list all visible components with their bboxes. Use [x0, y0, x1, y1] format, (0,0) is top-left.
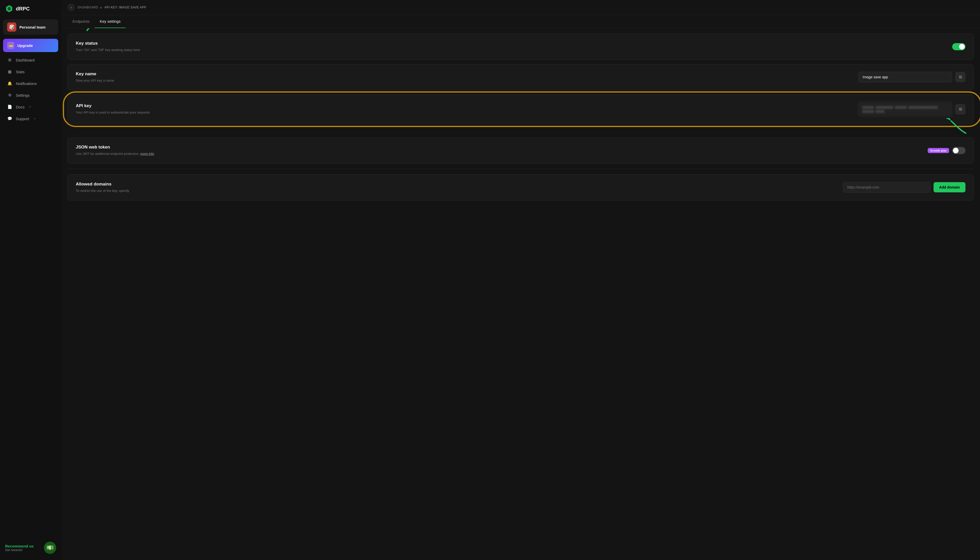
recommend-text-area: Recommend us Get rewards!: [5, 544, 34, 552]
section-divider: [67, 169, 974, 169]
jwt-title: JSON web token: [76, 145, 154, 150]
toggle-thumb: [959, 44, 965, 50]
api-key-row: API key Your API key is used to authenti…: [76, 102, 965, 117]
tab-endpoints[interactable]: Endpoints: [67, 15, 95, 28]
team-name-label: Personal team: [19, 25, 46, 29]
support-label: Support: [16, 117, 29, 121]
key-name-info: Key name Give your API key a name: [76, 72, 114, 83]
logo-area: dRPC: [0, 0, 61, 17]
allowed-domains-info: Allowed domains To restrict the use of t…: [76, 182, 129, 193]
breadcrumb-arrow-icon: ▶: [100, 6, 103, 9]
content-area: Key status Turn "On" and "Off" key worki…: [61, 28, 980, 560]
notifications-label: Notifications: [16, 82, 37, 86]
key-name-description: Give your API key a name: [76, 78, 114, 83]
tab-key-settings[interactable]: Key settings: [95, 15, 126, 28]
topbar: ‹ DASHBOARD ▶ API KEY: IMAGE SAVE APP: [61, 0, 980, 15]
drpc-logo-icon: [5, 5, 13, 13]
key-name-input[interactable]: [858, 72, 952, 82]
settings-icon: ⚙: [7, 93, 12, 98]
key-name-input-row: ⧉: [858, 72, 965, 82]
key-status-info: Key status Turn "On" and "Off" key worki…: [76, 41, 140, 53]
upgrade-icon: 💳: [7, 42, 14, 49]
key-name-card: Key name Give your API key a name ⧉: [67, 64, 974, 90]
api-key-title: API key: [76, 103, 150, 108]
docs-label: Docs: [16, 105, 25, 109]
settings-label: Settings: [16, 93, 30, 97]
jwt-card: JSON web token Use JWT for additional en…: [67, 137, 974, 164]
breadcrumb: DASHBOARD ▶ API KEY: IMAGE SAVE APP: [78, 6, 146, 9]
api-key-card: API key Your API key is used to authenti…: [67, 94, 974, 124]
key-status-row: Key status Turn "On" and "Off" key worki…: [76, 41, 965, 53]
breadcrumb-current: API KEY: IMAGE SAVE APP: [104, 6, 146, 9]
personal-team-button[interactable]: 🎲 Personal team: [3, 19, 58, 35]
docs-external-icon: ↗: [28, 105, 31, 109]
sidebar-item-support[interactable]: 💬 Support ↗: [0, 113, 61, 125]
tab-key-settings-label: Key settings: [100, 19, 121, 23]
allowed-domains-description: To restrict the use of the key, specify: [76, 188, 129, 193]
team-avatar: 🎲: [7, 22, 16, 32]
stats-label: Stats: [16, 70, 25, 74]
back-button[interactable]: ‹: [67, 3, 75, 11]
sidebar-nav: ⊞ Dashboard ▦ Stats 🔔 Notifications ⚙ Se…: [0, 54, 61, 125]
growth-plan-badge: Growth plan: [928, 148, 949, 153]
spacer: [67, 128, 974, 133]
key-name-title: Key name: [76, 72, 114, 77]
support-external-icon: ↗: [33, 117, 36, 120]
allowed-domains-row: Allowed domains To restrict the use of t…: [76, 182, 965, 193]
add-domain-button[interactable]: Add domain: [933, 182, 965, 192]
key-name-copy-button[interactable]: ⧉: [955, 72, 965, 82]
api-key-copy-button[interactable]: ⧉: [955, 104, 965, 114]
breadcrumb-root: DASHBOARD: [78, 6, 98, 9]
tab-endpoints-label: Endpoints: [72, 19, 90, 23]
upgrade-label: Upgrade: [17, 43, 33, 48]
logo-text: dRPC: [16, 6, 30, 12]
key-status-description: Turn "On" and "Off" key working status h…: [76, 47, 140, 53]
allowed-domains-card: Allowed domains To restrict the use of t…: [67, 174, 974, 201]
jwt-row: JSON web token Use JWT for additional en…: [76, 145, 965, 157]
api-key-card-wrapper: API key Your API key is used to authenti…: [67, 94, 974, 124]
sidebar-item-stats[interactable]: ▦ Stats: [0, 66, 61, 78]
api-key-masked-value: ●●●● ●●●●●● ●●●● ●●●●●●●●●● ●●●● ●●●: [858, 102, 952, 117]
jwt-controls: Growth plan: [928, 147, 965, 154]
stats-icon: ▦: [7, 69, 12, 74]
notifications-icon: 🔔: [7, 81, 12, 86]
sidebar-item-docs[interactable]: 📄 Docs ↗: [0, 101, 61, 113]
dashboard-icon: ⊞: [7, 57, 12, 63]
recommend-title: Recommend us: [5, 544, 34, 548]
jwt-more-info-link[interactable]: more info: [140, 152, 154, 156]
jwt-toggle[interactable]: [952, 147, 965, 154]
recommend-subtitle: Get rewards!: [5, 548, 34, 552]
docs-icon: 📄: [7, 104, 12, 110]
sidebar-item-dashboard[interactable]: ⊞ Dashboard: [0, 54, 61, 66]
key-name-row: Key name Give your API key a name ⧉: [76, 72, 965, 83]
key-status-title: Key status: [76, 41, 140, 46]
api-key-info: API key Your API key is used to authenti…: [76, 103, 150, 115]
api-key-input-row: ●●●● ●●●●●● ●●●● ●●●●●●●●●● ●●●● ●●● ⧉: [858, 102, 965, 117]
tabs-bar: Endpoints Key settings: [61, 15, 980, 28]
support-icon: 💬: [7, 116, 12, 121]
jwt-toggle-thumb: [953, 148, 958, 153]
api-key-description: Your API key is used to authenticate you…: [76, 110, 150, 115]
sidebar-item-notifications[interactable]: 🔔 Notifications: [0, 78, 61, 89]
domain-input-field[interactable]: [843, 182, 930, 193]
key-status-card: Key status Turn "On" and "Off" key worki…: [67, 33, 974, 60]
key-status-toggle[interactable]: [952, 43, 965, 50]
reward-icon: 💵: [44, 542, 56, 554]
allowed-domains-title: Allowed domains: [76, 182, 129, 187]
recommend-section[interactable]: Recommend us Get rewards! 💵: [0, 538, 61, 560]
sidebar-item-settings[interactable]: ⚙ Settings: [0, 89, 61, 101]
dashboard-label: Dashboard: [16, 58, 35, 62]
jwt-info: JSON web token Use JWT for additional en…: [76, 145, 154, 157]
sidebar: dRPC 🎲 Personal team 💳 Upgrade ⊞ Dashboa…: [0, 0, 61, 560]
main-area: ‹ DASHBOARD ▶ API KEY: IMAGE SAVE APP En…: [61, 0, 980, 560]
allowed-domains-input-row: Add domain: [843, 182, 965, 193]
upgrade-button[interactable]: 💳 Upgrade: [3, 39, 58, 52]
jwt-description: Use JWT for additional endpoint protecti…: [76, 151, 154, 157]
